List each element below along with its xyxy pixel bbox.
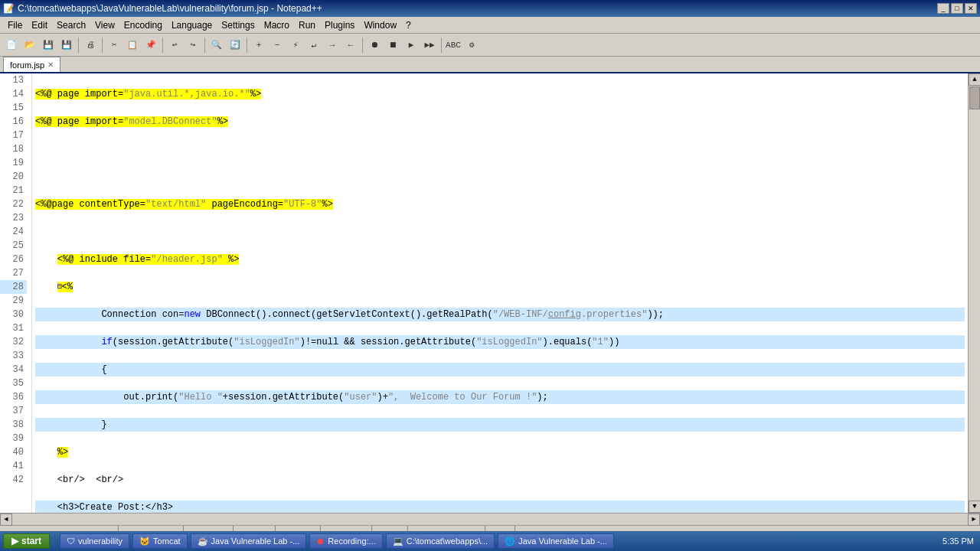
tb-zoomout[interactable]: − (269, 37, 286, 54)
taskbar-clock: 5:35 PM (942, 536, 977, 546)
tb-new[interactable]: 📄 (3, 37, 20, 54)
tb-spell[interactable]: ABC (445, 37, 462, 54)
line-num-36: 36 (0, 390, 27, 404)
title-bar-controls: _ □ ✕ (937, 3, 977, 14)
tb-paste[interactable]: 📌 (142, 37, 159, 54)
tb-redo[interactable]: ↪ (185, 37, 201, 54)
tab-close-icon[interactable]: ✕ (47, 60, 54, 69)
taskbar-java-lab2[interactable]: 🌐 Java Vulnerable Lab -... (498, 533, 614, 549)
line-num-19: 19 (0, 156, 27, 170)
menu-help[interactable]: ? (401, 18, 416, 32)
minimize-button[interactable]: _ (937, 3, 949, 14)
tb-extra[interactable]: ⚙ (463, 37, 480, 54)
tb-run[interactable]: ▶▶ (421, 37, 438, 54)
menu-plugins[interactable]: Plugins (320, 18, 359, 32)
scroll-thumb[interactable] (969, 86, 980, 109)
horizontal-scrollbar[interactable]: ◄ ► (0, 513, 980, 525)
scroll-down-button[interactable]: ▼ (969, 500, 980, 513)
menu-language[interactable]: Language (167, 18, 217, 32)
code-line-27: <br/> <br/> (35, 473, 965, 487)
menu-file[interactable]: File (3, 18, 27, 32)
menu-edit[interactable]: Edit (27, 18, 52, 32)
tb-print[interactable]: 🖨 (82, 37, 99, 54)
title-bar-left: 📝 C:\tomcat\webapps\JavaVulnerableLab\vu… (3, 3, 322, 14)
toolbar: 📄 📂 💾 💾 🖨 ✂ 📋 📌 ↩ ↪ 🔍 🔄 + − ⚡ ↵ → ← ⏺ ⏹ … (0, 34, 980, 57)
line-num-22: 22 (0, 197, 27, 211)
code-content: <%@ page import="java.util.*,java.io.*"%… (32, 73, 968, 513)
line-num-32: 32 (0, 335, 27, 349)
tb-wrap[interactable]: ↵ (305, 37, 322, 54)
code-line-23: { (35, 363, 965, 377)
code-line-16 (35, 170, 965, 184)
vertical-scrollbar[interactable]: ▲ ▼ (968, 73, 980, 513)
tb-sync[interactable]: ⚡ (287, 37, 304, 54)
taskbar-tomcat[interactable]: 🐱 Tomcat (132, 533, 187, 549)
code-line-22: if(session.getAttribute("isLoggedIn")!=n… (35, 335, 965, 349)
tb-macro-play[interactable]: ▶ (403, 37, 420, 54)
tb-indent[interactable]: → (324, 37, 341, 54)
taskbar-sep (54, 534, 55, 548)
recording-icon: ⏺ (316, 536, 325, 546)
maximize-button[interactable]: □ (951, 3, 963, 14)
line-num-30: 30 (0, 308, 27, 321)
tb-copy[interactable]: 📋 (124, 37, 141, 54)
tb-zoomin[interactable]: + (250, 37, 267, 54)
tb-replace[interactable]: 🔄 (227, 37, 243, 54)
menu-search[interactable]: Search (52, 18, 90, 32)
tab-bar: forum.jsp ✕ (0, 57, 980, 73)
menu-encoding[interactable]: Encoding (119, 18, 167, 32)
app-icon: 📝 (3, 3, 15, 14)
code-line-28: <h3>Create Post:</h3> (35, 500, 965, 513)
tb-sep3 (162, 37, 163, 53)
line-num-21: 21 (0, 184, 27, 197)
tb-cut[interactable]: ✂ (106, 37, 122, 54)
line-num-20: 20 (0, 170, 27, 184)
taskbar-cmd[interactable]: 💻 C:\tomcat\webapps\... (386, 533, 495, 549)
scroll-track[interactable] (969, 86, 980, 500)
taskbar: ▶ start 🛡 vulnerability 🐱 Tomcat ☕ Java … (0, 531, 980, 551)
tb-saveall[interactable]: 💾 (58, 37, 75, 54)
scroll-right-button[interactable]: ► (968, 514, 980, 526)
code-area[interactable]: <%@ page import="java.util.*,java.io.*"%… (32, 73, 968, 513)
close-button[interactable]: ✕ (965, 3, 977, 14)
tb-open[interactable]: 📂 (21, 37, 38, 54)
menu-settings[interactable]: Settings (217, 18, 259, 32)
line-num-13: 13 (0, 73, 27, 87)
line-numbers: 13 14 15 16 17 18 19 20 21 22 23 24 25 2… (0, 73, 32, 513)
line-num-33: 33 (0, 349, 27, 363)
code-line-13: <%@ page import="java.util.*,java.io.*"%… (35, 87, 965, 101)
tab-forum-jsp[interactable]: forum.jsp ✕ (3, 57, 60, 72)
tb-save[interactable]: 💾 (40, 37, 57, 54)
line-num-16: 16 (0, 115, 27, 129)
tb-undo[interactable]: ↩ (166, 37, 183, 54)
line-num-35: 35 (0, 377, 27, 390)
line-num-14: 14 (0, 87, 27, 101)
tb-outdent[interactable]: ← (342, 37, 359, 54)
code-line-26: %> (35, 445, 965, 459)
taskbar-vulnerability[interactable]: 🛡 vulnerability (60, 533, 129, 549)
menu-window[interactable]: Window (359, 18, 401, 32)
menu-view[interactable]: View (90, 18, 119, 32)
taskbar-recording[interactable]: ⏺ Recording:... (309, 533, 382, 549)
line-num-28: 28 (0, 280, 27, 294)
line-num-40: 40 (0, 445, 27, 459)
code-line-20: ⊟<% (35, 280, 965, 294)
code-line-19: <%@ include file="/header.jsp" %> (35, 253, 965, 266)
scroll-left-button[interactable]: ◄ (0, 514, 12, 526)
tb-macro-stop[interactable]: ⏹ (384, 37, 401, 54)
menu-bar: File Edit Search View Encoding Language … (0, 17, 980, 34)
start-button[interactable]: ▶ start (3, 533, 50, 549)
tb-sep7 (441, 37, 442, 53)
h-scroll-track[interactable] (12, 514, 968, 525)
taskbar-java-lab[interactable]: ☕ Java Vulnerable Lab -... (191, 533, 307, 549)
menu-run[interactable]: Run (294, 18, 320, 32)
line-num-17: 17 (0, 129, 27, 142)
tb-macro-rec[interactable]: ⏺ (366, 37, 383, 54)
scroll-up-button[interactable]: ▲ (969, 73, 980, 86)
line-num-23: 23 (0, 211, 27, 225)
menu-macro[interactable]: Macro (260, 18, 294, 32)
vulnerability-icon: 🛡 (67, 536, 75, 546)
cmd-icon: 💻 (393, 536, 403, 546)
tb-find[interactable]: 🔍 (208, 37, 225, 54)
start-icon: ▶ (11, 536, 18, 546)
